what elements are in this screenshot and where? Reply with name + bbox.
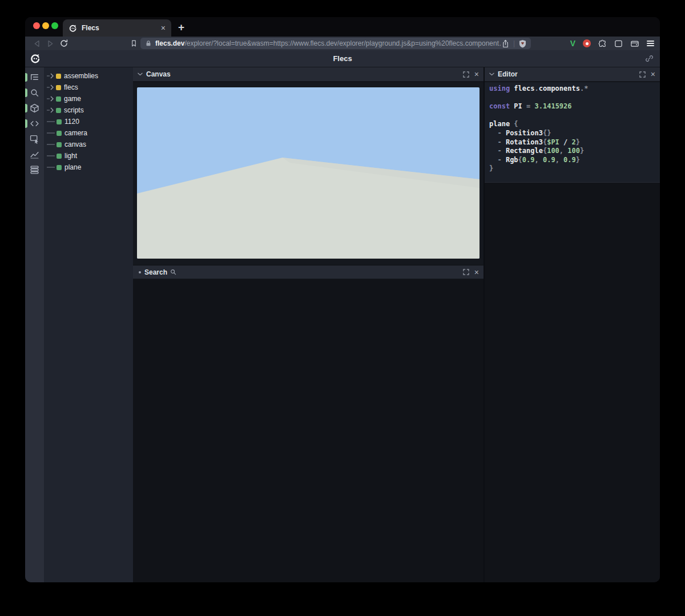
share-icon[interactable]	[502, 39, 509, 48]
rail-cube-button[interactable]	[25, 100, 44, 116]
tree-guide-line	[47, 167, 55, 168]
code-line: - Rotation3{$PI / 2}	[489, 138, 660, 147]
code-line: plane {	[489, 120, 660, 129]
canvas-3d-scene[interactable]	[137, 87, 480, 259]
entity-color-square	[56, 108, 61, 113]
tree-icon	[30, 73, 39, 82]
code-line: - Rectangle{100, 100}	[489, 147, 660, 156]
close-icon[interactable]: ×	[474, 70, 479, 78]
bookmark-icon[interactable]	[129, 39, 138, 48]
tree-guide-line	[47, 110, 50, 111]
editor-panel-header[interactable]: Editor ×	[485, 67, 660, 82]
expand-arrow-icon[interactable]	[50, 96, 54, 102]
tab-title: Flecs	[82, 24, 161, 32]
share-link-icon[interactable]	[645, 54, 654, 63]
entity-color-square	[57, 131, 62, 136]
tree-item-1120[interactable]: 1120	[44, 116, 133, 127]
tree-item-label: canvas	[65, 140, 86, 148]
tree-item-flecs[interactable]: flecs	[44, 82, 133, 93]
search-icon	[170, 269, 176, 275]
tree-item-plane[interactable]: plane	[44, 162, 133, 173]
expand-arrow-icon[interactable]	[50, 84, 54, 90]
editor-column: Editor × using flecs.components.* const …	[485, 67, 660, 582]
rail-search-button[interactable]	[25, 85, 44, 100]
new-tab-button[interactable]: +	[178, 21, 184, 34]
tree-item-label: camera	[65, 129, 87, 137]
rail-code-button[interactable]	[25, 116, 44, 131]
fullscreen-icon[interactable]	[639, 71, 646, 78]
window-close-button[interactable]	[33, 22, 40, 29]
tree-item-label: game	[64, 95, 81, 103]
left-rail	[25, 67, 44, 582]
reload-button[interactable]	[59, 39, 68, 48]
lock-icon	[145, 40, 152, 47]
extension-v-icon[interactable]: V	[570, 39, 575, 48]
tree-item-label: 1120	[65, 118, 79, 126]
tree-item-label: plane	[65, 163, 81, 171]
extension-red-icon[interactable]	[583, 39, 591, 47]
cube-icon	[30, 103, 39, 113]
code-line	[489, 94, 660, 103]
tree-guide-line	[47, 98, 50, 99]
browser-menu-icon[interactable]	[647, 39, 654, 47]
tree-item-scripts[interactable]: scripts	[44, 104, 133, 116]
active-panel-indicator	[25, 73, 27, 82]
extensions-puzzle-icon[interactable]	[598, 39, 607, 48]
url-domain: flecs.dev	[155, 39, 184, 47]
chart-icon	[30, 150, 39, 159]
code-line: - Position3{}	[489, 129, 660, 138]
tree-item-light[interactable]: light	[44, 150, 133, 162]
entity-color-square	[56, 74, 61, 79]
tree-item-game[interactable]: game	[44, 93, 133, 104]
tree-item-label: flecs	[64, 83, 78, 91]
fullscreen-icon[interactable]	[463, 71, 469, 78]
browser-extensions-area: V	[570, 37, 654, 50]
window-zoom-button[interactable]	[51, 22, 58, 29]
navigation-bar: flecs.dev /explorer/?local=true&wasm=htt…	[25, 37, 660, 50]
inspect-icon	[30, 134, 39, 144]
back-button[interactable]	[32, 39, 41, 48]
search-collapsed-dot[interactable]	[139, 271, 141, 273]
tree-guide-line	[47, 87, 50, 88]
tree-item-label: assemblies	[64, 72, 98, 80]
canvas-column: Canvas × Search ×	[133, 67, 483, 582]
active-panel-indicator	[25, 88, 27, 97]
search-icon	[30, 88, 39, 98]
rail-inspect-button[interactable]	[25, 131, 44, 147]
canvas-panel-title: Canvas	[146, 70, 171, 78]
tab-close-icon[interactable]: ×	[161, 24, 166, 32]
active-panel-indicator	[25, 119, 27, 128]
expand-arrow-icon[interactable]	[50, 107, 54, 113]
window-minimize-button[interactable]	[42, 22, 49, 29]
url-bar[interactable]: flecs.dev /explorer/?local=true&wasm=htt…	[140, 38, 531, 49]
rail-tree-button[interactable]	[25, 70, 44, 85]
entity-tree-panel: assembliesflecsgamescripts1120cameracanv…	[44, 67, 133, 582]
code-editor[interactable]: using flecs.components.* const PI = 3.14…	[485, 82, 660, 183]
chevron-down-icon[interactable]	[138, 73, 143, 76]
canvas-panel-header[interactable]: Canvas ×	[133, 67, 483, 82]
tree-item-canvas[interactable]: canvas	[44, 139, 133, 150]
fullscreen-icon[interactable]	[463, 269, 469, 275]
forward-button[interactable]	[46, 39, 55, 48]
tree-item-camera[interactable]: camera	[44, 127, 133, 139]
code-line: const PI = 3.1415926	[489, 102, 660, 111]
editor-panel-title: Editor	[498, 70, 518, 78]
sidebar-toggle-icon[interactable]	[614, 39, 623, 48]
rail-stack-button[interactable]	[25, 162, 44, 178]
code-line: - Rgb{0.9, 0.9, 0.9}	[489, 156, 660, 165]
chevron-down-icon[interactable]	[489, 73, 494, 76]
stack-icon	[30, 165, 39, 175]
brave-shield-icon[interactable]	[519, 39, 526, 48]
expand-arrow-icon[interactable]	[50, 73, 54, 79]
tree-item-assemblies[interactable]: assemblies	[44, 70, 133, 82]
search-panel-header[interactable]: Search ×	[133, 265, 483, 279]
close-icon[interactable]: ×	[474, 268, 479, 276]
wallet-icon[interactable]	[630, 39, 639, 48]
browser-tab-flecs[interactable]: Flecs ×	[63, 19, 171, 37]
tree-guide-line	[47, 132, 55, 134]
tree-guide-line	[47, 144, 55, 145]
entity-color-square	[57, 142, 62, 147]
close-icon[interactable]: ×	[651, 70, 655, 78]
rail-chart-button[interactable]	[25, 147, 44, 162]
url-divider: |	[513, 39, 515, 47]
